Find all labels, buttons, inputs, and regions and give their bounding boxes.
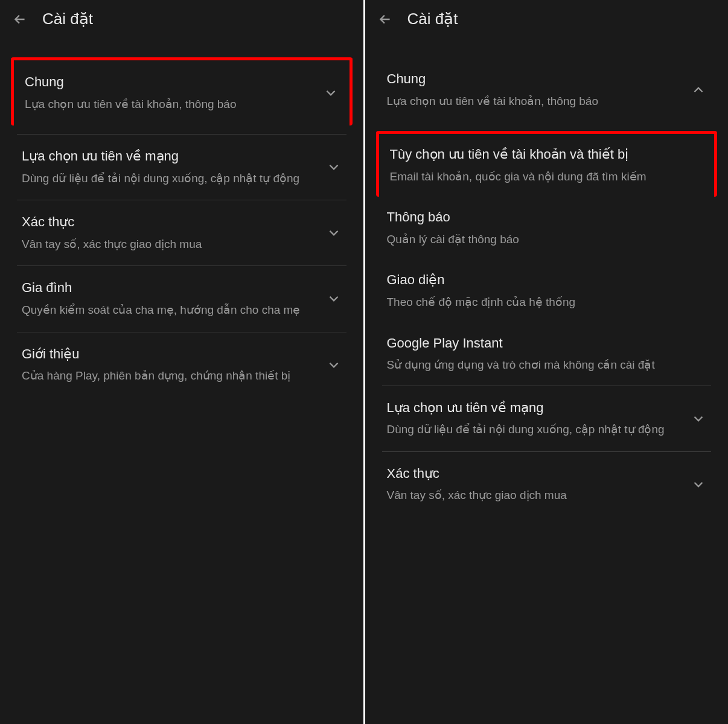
- item-title: Chung: [387, 71, 685, 88]
- item-title: Chung: [25, 74, 317, 91]
- header: Cài đặt: [365, 0, 729, 39]
- item-subtitle: Quyền kiểm soát của cha mẹ, hướng dẫn ch…: [22, 302, 320, 319]
- item-title: Lựa chọn ưu tiên về mạng: [387, 399, 685, 417]
- settings-item-about[interactable]: Giới thiệu Cửa hàng Play, phiên bản dựng…: [17, 332, 346, 398]
- item-subtitle: Quản lý cài đặt thông báo: [387, 231, 701, 248]
- settings-list: Chung Lựa chọn ưu tiên về tài khoản, thô…: [0, 57, 363, 398]
- settings-item-general[interactable]: Chung Lựa chọn ưu tiên về tài khoản, thô…: [11, 57, 353, 125]
- settings-item-notifications[interactable]: Thông báo Quản lý cài đặt thông báo: [382, 197, 712, 259]
- item-subtitle: Lựa chọn ưu tiên về tài khoản, thông báo: [25, 96, 317, 113]
- left-screen: Cài đặt Chung Lựa chọn ưu tiên về tài kh…: [0, 0, 363, 724]
- settings-item-network[interactable]: Lựa chọn ưu tiên về mạng Dùng dữ liệu để…: [17, 135, 346, 200]
- item-title: Thông báo: [387, 209, 701, 226]
- page-title: Cài đặt: [407, 10, 458, 28]
- item-subtitle: Vân tay số, xác thực giao dịch mua: [22, 236, 320, 253]
- settings-item-authentication[interactable]: Xác thực Vân tay số, xác thực giao dịch …: [382, 452, 712, 517]
- settings-item-account-device[interactable]: Tùy chọn ưu tiên về tài khoản và thiết b…: [376, 131, 718, 197]
- back-arrow-icon[interactable]: [12, 11, 28, 27]
- settings-item-general[interactable]: Chung Lựa chọn ưu tiên về tài khoản, thô…: [382, 57, 712, 122]
- settings-item-family[interactable]: Gia đình Quyền kiểm soát của cha mẹ, hướ…: [17, 266, 346, 332]
- right-screen: Cài đặt Chung Lựa chọn ưu tiên về tài kh…: [365, 0, 729, 724]
- chevron-down-icon: [326, 357, 342, 373]
- item-title: Lựa chọn ưu tiên về mạng: [22, 148, 320, 165]
- item-title: Tùy chọn ưu tiên về tài khoản và thiết b…: [390, 146, 698, 164]
- back-arrow-icon[interactable]: [377, 11, 393, 27]
- settings-item-network[interactable]: Lựa chọn ưu tiên về mạng Dùng dữ liệu để…: [382, 386, 712, 452]
- item-subtitle: Lựa chọn ưu tiên về tài khoản, thông báo: [387, 93, 685, 110]
- item-subtitle: Email tài khoản, quốc gia và nội dung đã…: [390, 168, 698, 185]
- chevron-down-icon: [691, 411, 706, 427]
- item-subtitle: Dùng dữ liệu để tải nội dung xuống, cập …: [387, 421, 685, 438]
- settings-list: Chung Lựa chọn ưu tiên về tài khoản, thô…: [365, 57, 729, 517]
- item-title: Giao diện: [387, 272, 701, 289]
- item-subtitle: Vân tay số, xác thực giao dịch mua: [387, 487, 685, 504]
- chevron-down-icon: [326, 159, 342, 175]
- settings-item-authentication[interactable]: Xác thực Vân tay số, xác thực giao dịch …: [17, 200, 346, 266]
- chevron-up-icon: [691, 82, 706, 98]
- chevron-down-icon: [691, 477, 706, 492]
- item-subtitle: Cửa hàng Play, phiên bản dựng, chứng nhậ…: [22, 367, 320, 384]
- settings-item-interface[interactable]: Giao diện Theo chế độ mặc định của hệ th…: [382, 259, 712, 322]
- item-subtitle: Sử dụng ứng dụng và trò chơi mà không cầ…: [387, 357, 701, 373]
- item-subtitle: Dùng dữ liệu để tải nội dung xuống, cập …: [22, 170, 320, 187]
- chevron-down-icon: [326, 225, 342, 241]
- chevron-down-icon: [323, 85, 339, 101]
- page-title: Cài đặt: [42, 10, 93, 28]
- item-title: Google Play Instant: [387, 335, 701, 352]
- item-title: Gia đình: [22, 279, 320, 297]
- settings-item-play-instant[interactable]: Google Play Instant Sử dụng ứng dụng và …: [382, 323, 712, 386]
- header: Cài đặt: [0, 0, 363, 39]
- item-title: Xác thực: [22, 214, 320, 231]
- item-title: Giới thiệu: [22, 346, 320, 363]
- item-subtitle: Theo chế độ mặc định của hệ thống: [387, 294, 701, 311]
- chevron-down-icon: [326, 291, 342, 306]
- item-title: Xác thực: [387, 465, 685, 483]
